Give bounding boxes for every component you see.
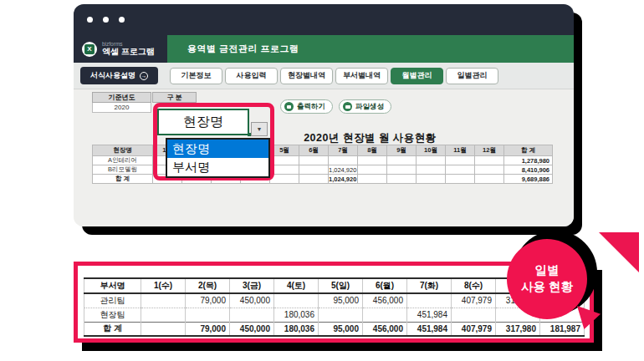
report-title: 2020년 현장별 월 사용현황 bbox=[276, 131, 464, 145]
category-header: 구 분 bbox=[152, 92, 197, 103]
dropdown-option-2[interactable]: 부서명 bbox=[167, 158, 268, 176]
monthly-cell bbox=[475, 156, 504, 165]
monthly-cell bbox=[358, 165, 387, 175]
print-button[interactable]: 출력하기 bbox=[280, 99, 333, 114]
monthly-col-header: 9월 bbox=[387, 145, 417, 156]
daily-cell bbox=[319, 308, 363, 322]
daily-cell bbox=[141, 308, 186, 322]
excel-logo-letter: X bbox=[84, 44, 95, 54]
monthly-cell: 1,024,920 bbox=[329, 165, 358, 175]
daily-row-label: 현장팀 bbox=[84, 308, 141, 322]
monthly-cell bbox=[358, 156, 387, 165]
file-icon bbox=[343, 102, 352, 111]
monthly-cell bbox=[270, 175, 299, 184]
daily-cell: 317,980 bbox=[496, 322, 540, 336]
window-dot-1[interactable] bbox=[87, 17, 93, 23]
monthly-row-label: A인테리어 bbox=[93, 156, 153, 165]
tab-2[interactable]: 사용입력 bbox=[225, 68, 278, 84]
daily-col-header: 8(수) bbox=[452, 278, 496, 293]
monthly-col-header: 12월 bbox=[475, 145, 504, 156]
daily-cell: 317,980 bbox=[496, 293, 540, 308]
badge-corner-triangle bbox=[599, 232, 639, 272]
tab-6[interactable]: 일별관리 bbox=[446, 68, 498, 84]
daily-cell: 180,036 bbox=[274, 308, 319, 322]
daily-cell bbox=[274, 293, 319, 308]
monthly-total-cell: 1,278,980 bbox=[504, 156, 553, 165]
daily-table-row: 현장팀180,036451,984 bbox=[84, 308, 585, 322]
daily-cell bbox=[540, 293, 585, 308]
usage-guide-button[interactable]: 서식사용설명 → bbox=[80, 67, 158, 84]
window-dot-2[interactable] bbox=[103, 17, 109, 23]
monthly-row-label: B리모델링 bbox=[93, 165, 153, 175]
daily-cell bbox=[452, 308, 496, 322]
daily-col-header: 2(목) bbox=[186, 278, 230, 293]
daily-col-header: 3(금) bbox=[230, 278, 274, 293]
base-year-value[interactable]: 2020 bbox=[92, 103, 151, 113]
app-logo: X bizforms 엑셀 프로그램 bbox=[74, 35, 167, 63]
monthly-cell bbox=[299, 175, 329, 184]
tab-4[interactable]: 부서별내역 bbox=[335, 68, 388, 84]
monthly-cell bbox=[387, 165, 417, 175]
create-file-button[interactable]: 파일생성 bbox=[339, 99, 391, 114]
program-title: 용역별 금전관리 프로그램 bbox=[187, 35, 299, 63]
daily-cell: 79,000 bbox=[186, 322, 230, 336]
daily-cell bbox=[407, 293, 452, 308]
tab-5[interactable]: 월별관리 bbox=[391, 68, 443, 84]
monthly-cell bbox=[475, 165, 504, 175]
daily-col-header: 7(화) bbox=[407, 278, 452, 293]
monthly-col-header: 7월 bbox=[329, 145, 358, 156]
daily-cell: 95,000 bbox=[319, 293, 363, 308]
daily-cell bbox=[141, 322, 186, 336]
monthly-cell bbox=[417, 156, 446, 165]
app-name: 엑셀 프로그램 bbox=[102, 48, 155, 56]
daily-col-header: 10(금) bbox=[540, 278, 585, 293]
app-window: X bizforms 엑셀 프로그램 용역별 금전관리 프로그램 서식사용설명 … bbox=[74, 4, 574, 226]
monthly-cell bbox=[358, 175, 387, 184]
daily-cell: 451,984 bbox=[407, 308, 452, 322]
daily-cell: 180,036 bbox=[274, 322, 319, 336]
daily-usage-panel: 부서명1(수)2(목)3(금)4(토)5(일)6(월)7(화)8(수)9(목)1… bbox=[74, 262, 594, 343]
monthly-cell bbox=[446, 165, 475, 175]
daily-cell: 456,000 bbox=[363, 322, 407, 336]
monthly-col-header: 10월 bbox=[417, 145, 446, 156]
print-icon bbox=[284, 102, 294, 111]
daily-cell: 95,000 bbox=[319, 322, 363, 336]
category-dropdown[interactable]: 현장명 bbox=[157, 109, 249, 135]
daily-cell: 450,000 bbox=[230, 322, 274, 336]
monthly-cell bbox=[417, 165, 446, 175]
tab-3[interactable]: 현장별내역 bbox=[280, 68, 333, 84]
daily-cell bbox=[540, 308, 585, 322]
create-file-label: 파일생성 bbox=[355, 102, 384, 112]
daily-col-header: 9(목) bbox=[496, 278, 540, 293]
monthly-cell bbox=[299, 165, 329, 175]
window-dot-3[interactable] bbox=[119, 17, 125, 23]
daily-cell: 181,987 bbox=[540, 322, 585, 336]
daily-col-header: 부서명 bbox=[84, 278, 141, 293]
tab-list: 기본정보사용입력현장별내역부서별내역월별관리일별관리 bbox=[170, 68, 498, 84]
tab-1[interactable]: 기본정보 bbox=[170, 68, 222, 84]
usage-guide-label: 서식사용설명 bbox=[90, 70, 135, 81]
daily-col-header: 6(월) bbox=[363, 278, 407, 293]
dropdown-option-1[interactable]: 현장명 bbox=[167, 140, 268, 158]
dropdown-arrow-button[interactable]: ▼ bbox=[251, 122, 268, 136]
monthly-col-header: 합 계 bbox=[504, 145, 553, 156]
print-label: 출력하기 bbox=[297, 102, 325, 112]
daily-usage-table: 부서명1(수)2(목)3(금)4(토)5(일)6(월)7(화)8(수)9(목)1… bbox=[84, 277, 585, 337]
daily-table-row: 합 계79,000450,000180,03695,000456,000451,… bbox=[84, 322, 585, 336]
daily-col-header: 4(토) bbox=[274, 278, 319, 293]
daily-cell: 407,979 bbox=[452, 293, 496, 308]
daily-cell: 456,000 bbox=[363, 293, 407, 308]
daily-col-header: 5(일) bbox=[319, 278, 363, 293]
excel-logo-icon: X bbox=[82, 42, 97, 57]
daily-row-label: 합 계 bbox=[84, 322, 141, 336]
monthly-col-header: 현장명 bbox=[93, 145, 153, 156]
daily-col-header: 1(수) bbox=[141, 278, 186, 293]
monthly-total-cell: 9,689,886 bbox=[504, 175, 553, 184]
monthly-total-cell: 8,410,906 bbox=[504, 165, 553, 175]
daily-cell bbox=[141, 293, 186, 308]
monthly-cell bbox=[329, 156, 358, 165]
monthly-cell bbox=[446, 156, 475, 165]
daily-cell: 79,000 bbox=[186, 293, 230, 308]
monthly-cell bbox=[475, 175, 504, 184]
daily-cell bbox=[496, 308, 540, 322]
